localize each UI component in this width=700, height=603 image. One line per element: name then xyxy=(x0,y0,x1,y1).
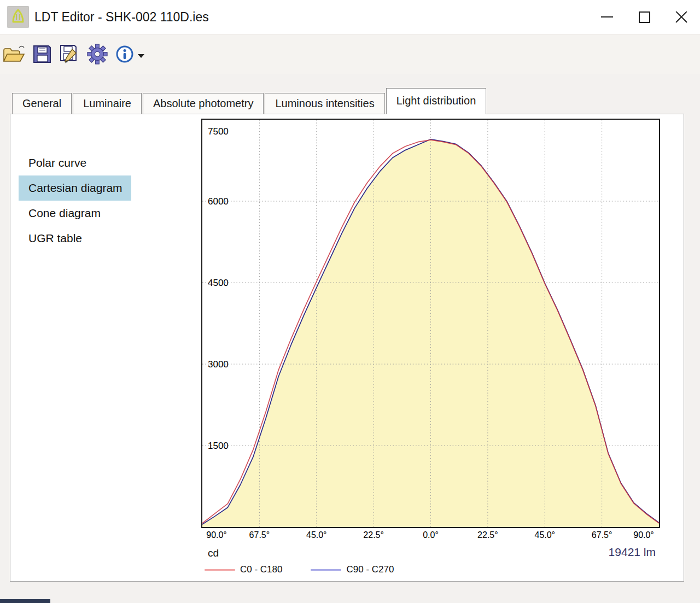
total-flux-label: 19421 lm xyxy=(609,546,656,559)
y-tick-label: 1500 xyxy=(208,441,229,452)
x-tick-label: 90.0° xyxy=(633,530,654,540)
x-tick-label: 67.5° xyxy=(249,530,270,540)
minimize-button[interactable] xyxy=(588,0,626,34)
info-button[interactable] xyxy=(115,44,144,64)
dropdown-caret-icon[interactable] xyxy=(138,54,144,58)
legend-label: C0 - C180 xyxy=(240,564,282,575)
legend-line-c0-c180 xyxy=(205,569,235,571)
y-tick-label: 6000 xyxy=(208,196,229,207)
window-title: LDT Editor - SHK-002 110D.ies xyxy=(34,10,209,25)
legend-entry-c0-c180: C0 - C180 xyxy=(205,564,282,575)
minimize-icon xyxy=(601,16,613,17)
open-folder-icon xyxy=(2,44,25,64)
y-tick-label: 7500 xyxy=(208,126,229,137)
cartesian-chart-svg xyxy=(202,120,659,527)
tab-general[interactable]: General xyxy=(12,93,72,114)
list-item-cone-diagram[interactable]: Cone diagram xyxy=(19,201,109,226)
x-axis-labels: 90.0°67.5°45.0°22.5°0.0°22.5°45.0°67.5°9… xyxy=(202,530,659,542)
y-tick-label: 4500 xyxy=(208,278,229,289)
open-file-button[interactable] xyxy=(2,44,25,64)
chart-legend: C0 - C180 C90 - C270 xyxy=(205,564,422,575)
taskbar-sliver xyxy=(0,599,50,603)
settings-gear-icon xyxy=(87,44,108,65)
list-item-ugr-table[interactable]: UGR table xyxy=(19,226,91,251)
x-tick-label: 45.0° xyxy=(534,530,555,540)
x-tick-label: 22.5° xyxy=(477,530,498,540)
title-bar: LDT Editor - SHK-002 110D.ies xyxy=(0,0,700,34)
maximize-button[interactable] xyxy=(626,0,663,34)
close-icon xyxy=(675,10,688,24)
x-tick-label: 67.5° xyxy=(592,530,612,540)
save-floppy-icon xyxy=(32,44,52,64)
maximize-icon xyxy=(639,11,650,23)
save-as-button[interactable] xyxy=(59,44,80,65)
list-item-polar-curve[interactable]: Polar curve xyxy=(19,150,95,175)
y-unit-label: cd xyxy=(208,547,219,559)
tab-luminaire[interactable]: Luminaire xyxy=(73,93,142,114)
legend-entry-c90-c270: C90 - C270 xyxy=(311,564,394,575)
legend-line-c90-c270 xyxy=(311,569,341,571)
settings-button[interactable] xyxy=(87,44,108,65)
info-icon xyxy=(115,44,135,64)
luminaire-lamp-icon xyxy=(7,6,29,28)
diagram-type-list: Polar curveCartesian diagramCone diagram… xyxy=(19,150,131,251)
tab-luminous-intensities[interactable]: Luminous intensities xyxy=(265,93,384,114)
cartesian-diagram: 75006000450030001500 90.0°67.5°45.0°22.5… xyxy=(201,119,660,528)
y-tick-label: 3000 xyxy=(208,359,229,370)
save-as-floppy-pencil-icon xyxy=(59,44,80,65)
legend-label: C90 - C270 xyxy=(346,564,394,575)
x-tick-label: 90.0° xyxy=(206,530,227,540)
tab-bar: GeneralLuminaireAbsolute photometryLumin… xyxy=(12,87,487,114)
x-tick-label: 45.0° xyxy=(306,530,327,540)
x-tick-label: 0.0° xyxy=(423,530,439,540)
x-tick-label: 22.5° xyxy=(363,530,384,540)
save-button[interactable] xyxy=(32,44,52,64)
toolbar xyxy=(0,34,700,74)
tab-absolute-photometry[interactable]: Absolute photometry xyxy=(143,93,264,114)
tab-light-distribution[interactable]: Light distribution xyxy=(386,88,487,114)
list-item-cartesian-diagram[interactable]: Cartesian diagram xyxy=(19,175,131,201)
light-distribution-panel: Polar curveCartesian diagramCone diagram… xyxy=(10,114,684,582)
close-button[interactable] xyxy=(663,0,700,34)
